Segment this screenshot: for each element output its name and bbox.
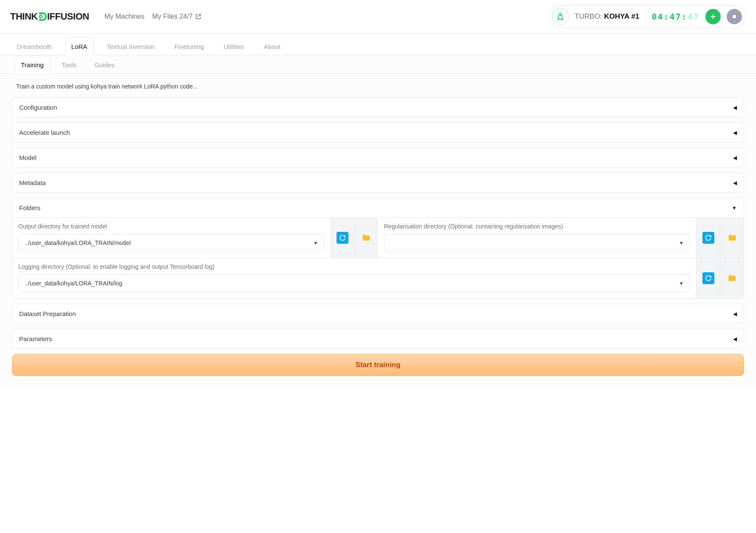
- chevron-down-icon: ▼: [314, 240, 318, 245]
- content: Train a custom model using kohya train n…: [0, 74, 756, 386]
- nav-my-files-label: My Files 24/7: [152, 13, 193, 20]
- external-link-icon: [195, 14, 201, 20]
- tab-finetuning[interactable]: Finetuning: [168, 37, 211, 55]
- panel-header-parameters[interactable]: Parameters ◀: [12, 329, 744, 348]
- caret-left-icon: ◀: [733, 130, 737, 136]
- output-dir-cell: Output directory for trained model ../us…: [12, 218, 331, 258]
- panel-folders: Folders ▼ Output directory for trained m…: [12, 198, 744, 299]
- svg-point-1: [559, 15, 561, 16]
- stop-icon: [730, 13, 738, 20]
- timer-seconds: 47: [688, 11, 699, 22]
- panel-header-dataset[interactable]: Dataset Preparation ◀: [12, 304, 744, 323]
- folder-icon: [362, 233, 371, 242]
- reg-dir-dropdown[interactable]: ▼: [384, 234, 690, 252]
- panel-title-accelerate: Accelerate launch: [19, 129, 70, 136]
- header-right: TURBO: KOHYA #1 04:47:47: [549, 5, 746, 28]
- start-training-label: Start training: [356, 361, 401, 369]
- timer: 04:47:47: [652, 11, 699, 22]
- log-dir-label: Logging directory (Optional. to enable l…: [18, 263, 690, 270]
- refresh-icon: [705, 234, 712, 241]
- logo-think: THINK: [10, 11, 38, 22]
- log-dir-dropdown[interactable]: ../user_data/kohya/LORA_TRAIN/log ▼: [18, 274, 690, 292]
- panel-configuration: Configuration ◀: [12, 97, 744, 117]
- tab-lora[interactable]: LoRA: [65, 37, 94, 55]
- caret-left-icon: ◀: [733, 311, 737, 317]
- add-button[interactable]: [705, 9, 721, 24]
- tab-textual-inversion[interactable]: Textual Inversion: [100, 37, 161, 55]
- tab-about[interactable]: About: [257, 37, 287, 55]
- panel-title-configuration: Configuration: [19, 104, 57, 111]
- panel-title-dataset: Dataset Preparation: [19, 310, 76, 317]
- nav-my-files[interactable]: My Files 24/7: [152, 13, 201, 20]
- refresh-button[interactable]: [702, 272, 714, 284]
- open-folder-button[interactable]: [726, 232, 738, 244]
- machine-prefix: TURBO:: [575, 12, 604, 20]
- log-dir-value: ../user_data/kohya/LORA_TRAIN/log: [25, 280, 123, 287]
- output-dir-value: ../user_data/kohya/LORA_TRAIN/model: [25, 239, 131, 246]
- subtab-tools[interactable]: Tools: [55, 56, 83, 74]
- panel-title-folders: Folders: [19, 204, 40, 211]
- stop-button[interactable]: [727, 9, 742, 24]
- reg-dir-label: Regularisation directory (Optional. cont…: [384, 223, 690, 230]
- tabs-primary: Dreambooth LoRA Textual Inversion Finetu…: [0, 37, 756, 55]
- rocket-icon: [552, 8, 569, 25]
- plus-icon: [709, 13, 717, 20]
- refresh-icon: [705, 275, 712, 282]
- panel-title-metadata: Metadata: [19, 179, 46, 186]
- output-folder-cell: [354, 218, 378, 258]
- folder-icon: [727, 233, 737, 242]
- panel-body-folders: Output directory for trained model ../us…: [12, 217, 744, 298]
- subtab-training[interactable]: Training: [14, 56, 50, 74]
- log-dir-cell: Logging directory (Optional. to enable l…: [12, 258, 696, 298]
- caret-left-icon: ◀: [733, 336, 737, 342]
- caret-down-icon: ▼: [732, 205, 737, 211]
- panel-header-metadata[interactable]: Metadata ◀: [12, 173, 744, 192]
- panel-header-folders[interactable]: Folders ▼: [12, 198, 744, 217]
- nav-my-machines[interactable]: My Machines: [104, 13, 144, 20]
- logo-iffusion: IFFUSION: [47, 11, 89, 22]
- panel-model: Model ◀: [12, 148, 744, 168]
- tab-dreambooth[interactable]: Dreambooth: [10, 37, 58, 55]
- reg-dir-cell: Regularisation directory (Optional. cont…: [378, 218, 696, 258]
- output-dir-label: Output directory for trained model: [18, 223, 325, 230]
- panel-parameters: Parameters ◀: [12, 329, 744, 349]
- output-refresh-cell: [331, 218, 354, 258]
- chevron-down-icon: ▼: [679, 281, 684, 286]
- folder-icon: [727, 274, 737, 283]
- machine-name: KOHYA #1: [604, 12, 639, 20]
- folder-row-2: Logging directory (Optional. to enable l…: [12, 258, 744, 298]
- panel-dataset: Dataset Preparation ◀: [12, 304, 744, 324]
- svg-rect-2: [733, 15, 736, 18]
- panel-header-model[interactable]: Model ◀: [12, 148, 744, 167]
- panel-metadata: Metadata ◀: [12, 173, 744, 193]
- log-refresh-cell: [696, 258, 720, 298]
- log-folder-cell: [720, 258, 744, 298]
- caret-left-icon: ◀: [733, 180, 737, 186]
- header: THINK IFFUSION My Machines My Files 24/7…: [0, 0, 756, 34]
- panel-header-configuration[interactable]: Configuration ◀: [12, 98, 744, 117]
- logo-d-icon: [37, 11, 48, 22]
- timer-main: 04:47:: [652, 11, 688, 22]
- refresh-icon: [339, 234, 346, 241]
- open-folder-button[interactable]: [726, 272, 738, 284]
- folder-row-1: Output directory for trained model ../us…: [12, 218, 744, 258]
- caret-left-icon: ◀: [733, 105, 737, 111]
- refresh-button[interactable]: [702, 232, 714, 244]
- svg-point-0: [40, 15, 42, 18]
- refresh-button[interactable]: [337, 232, 348, 244]
- divider: [645, 10, 646, 23]
- caret-left-icon: ◀: [733, 155, 737, 161]
- reg-refresh-cell: [696, 218, 720, 258]
- tab-utilities[interactable]: Utilities: [217, 37, 251, 55]
- subtab-guides[interactable]: Guides: [88, 56, 121, 74]
- intro-text: Train a custom model using kohya train n…: [16, 83, 740, 90]
- panel-title-parameters: Parameters: [19, 335, 52, 342]
- open-folder-button[interactable]: [360, 232, 372, 244]
- output-dir-dropdown[interactable]: ../user_data/kohya/LORA_TRAIN/model ▼: [18, 234, 325, 252]
- logo[interactable]: THINK IFFUSION: [10, 11, 89, 22]
- panel-title-model: Model: [19, 154, 37, 161]
- nav-links: My Machines My Files 24/7: [104, 13, 201, 20]
- panel-header-accelerate[interactable]: Accelerate launch ◀: [12, 123, 744, 142]
- start-training-button[interactable]: Start training: [12, 354, 744, 376]
- reg-folder-cell: [720, 218, 744, 258]
